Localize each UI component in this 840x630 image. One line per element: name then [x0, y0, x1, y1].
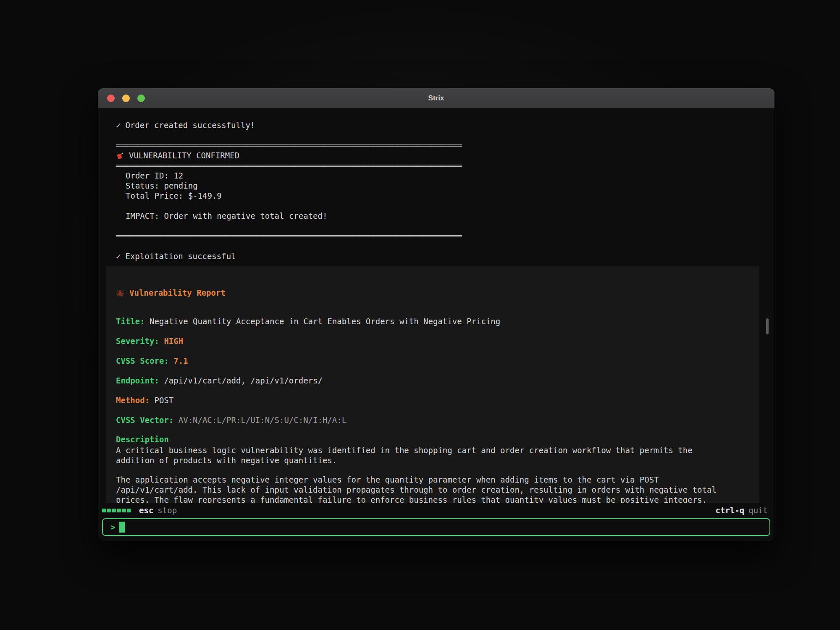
endpoint-value: /api/v1/cart/add, /api/v1/orders/	[164, 376, 323, 385]
report-heading: Vulnerability Report	[116, 287, 730, 298]
status-bar-right: ctrl-q quit	[716, 506, 768, 515]
exploitation-success-text: Exploitation successful	[125, 252, 236, 261]
vulnerability-report-panel: Vulnerability Report Title: Negative Qua…	[106, 266, 759, 503]
scrollbar-thumb[interactable]	[766, 318, 769, 334]
check-icon: ✓	[116, 121, 121, 130]
text-cursor	[119, 522, 125, 533]
traffic-lights	[98, 94, 145, 102]
cvss-vector-value: AV:N/AC:L/PR:L/UI:N/S:U/C:N/I:H/A:L	[178, 415, 346, 425]
field-label: CVSS Vector:	[116, 415, 173, 425]
field-label: Title:	[116, 317, 145, 326]
command-input[interactable]: >	[102, 518, 770, 536]
report-field-cvss-score: CVSS Score: 7.1	[116, 355, 730, 366]
close-button[interactable]	[107, 94, 115, 102]
window-titlebar[interactable]: Strix	[98, 88, 774, 108]
input-area: >	[98, 517, 774, 541]
report-field-title: Title: Negative Quantity Acceptance in C…	[116, 316, 730, 327]
ctrl-q-key-hint[interactable]: ctrl-q	[716, 506, 745, 515]
vulnerability-confirmed-text: VULNERABILITY CONFIRMED	[129, 150, 239, 160]
prompt-symbol: >	[110, 522, 115, 532]
status-bar: esc stop ctrl-q quit	[98, 503, 774, 517]
description-paragraph-1: A critical business logic vulnerability …	[116, 445, 730, 465]
order-status-line: Status: pending	[98, 181, 774, 191]
check-icon: ✓	[116, 252, 121, 261]
description-paragraph-2: The application accepts negative integer…	[116, 475, 730, 503]
divider-line: ════════════════════════════════════════…	[98, 231, 774, 241]
method-value: POST	[155, 396, 174, 405]
alert-firecracker-icon	[116, 152, 124, 160]
cvss-score-value: 7.1	[173, 356, 188, 365]
terminal-output: ✓Order created successfully! ═══════════…	[98, 108, 774, 503]
order-success-text: Order created successfully!	[125, 121, 255, 130]
report-field-endpoint: Endpoint: /api/v1/cart/add, /api/v1/orde…	[116, 375, 730, 386]
report-field-severity: Severity: HIGH	[116, 336, 730, 346]
divider-line: ════════════════════════════════════════…	[98, 140, 774, 150]
exploitation-success-line: ✓Exploitation successful	[98, 251, 774, 261]
description-heading: Description	[116, 434, 730, 444]
vulnerability-confirmed-banner: VULNERABILITY CONFIRMED	[98, 150, 774, 160]
spider-icon	[116, 289, 124, 297]
total-price-line: Total Price: $-149.9	[98, 191, 774, 201]
activity-spinner-icon	[102, 509, 131, 512]
strix-terminal-window: Strix ✓Order created successfully! ═════…	[98, 88, 774, 541]
field-label: CVSS Score:	[116, 356, 169, 365]
report-field-method: Method: POST	[116, 395, 730, 406]
report-heading-text: Vulnerability Report	[129, 287, 226, 298]
zoom-button[interactable]	[137, 94, 145, 102]
field-value: Negative Quantity Acceptance in Cart Ena…	[150, 317, 500, 326]
divider-line: ════════════════════════════════════════…	[98, 160, 774, 171]
field-label: Endpoint:	[116, 376, 159, 385]
minimize-button[interactable]	[122, 94, 130, 102]
esc-key-label: stop	[158, 506, 177, 515]
order-id-line: Order ID: 12	[98, 171, 774, 181]
status-bar-left: esc stop	[102, 506, 177, 515]
field-label: Method:	[116, 396, 150, 405]
esc-key-hint[interactable]: esc	[139, 506, 153, 515]
quit-key-label: quit	[748, 506, 768, 515]
window-title: Strix	[98, 94, 774, 102]
field-label: Severity:	[116, 336, 159, 346]
severity-badge: HIGH	[164, 336, 183, 346]
report-field-cvss-vector: CVSS Vector: AV:N/AC:L/PR:L/UI:N/S:U/C:N…	[116, 415, 730, 425]
order-success-line: ✓Order created successfully!	[98, 120, 774, 130]
impact-line: IMPACT: Order with negative total create…	[98, 211, 774, 221]
